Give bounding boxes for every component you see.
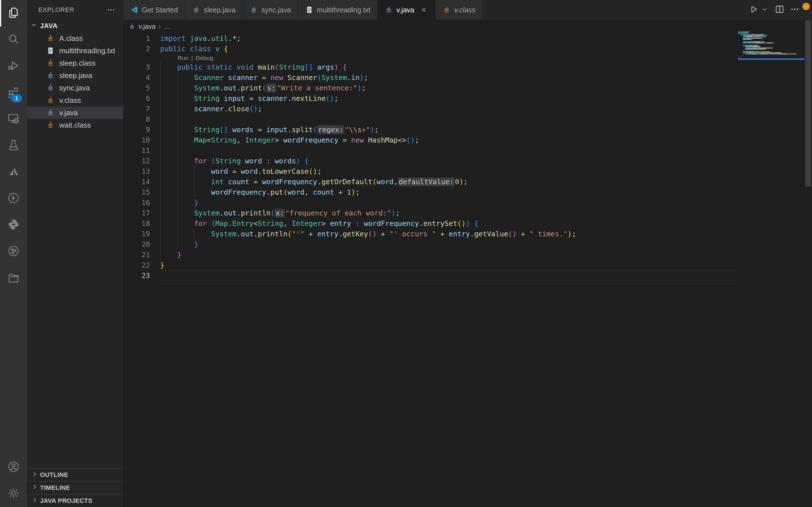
sidebar-item-project-manager[interactable] <box>0 265 27 291</box>
code-line[interactable]: 4 Scanner scanner = new Scanner(System.i… <box>123 72 812 83</box>
sidebar-item-explorer[interactable] <box>0 0 27 26</box>
code-line[interactable]: 13 word = word.toLowerCase(); <box>123 166 812 177</box>
code-line-content[interactable] <box>160 114 736 124</box>
code-line-content[interactable]: } <box>160 260 736 270</box>
tab-v.class[interactable]: v.class <box>436 0 483 20</box>
file-row-wait.class[interactable]: wait.class <box>27 119 123 131</box>
file-row-A.class[interactable]: A.class <box>27 32 123 45</box>
code-line-content[interactable]: Scanner scanner = new Scanner(System.in)… <box>160 72 736 83</box>
run-java-button[interactable] <box>749 4 758 15</box>
file-row-sync.java[interactable]: sync.java <box>27 82 123 94</box>
code-line[interactable]: 3 public static void main(String[] args)… <box>123 62 812 72</box>
code-line[interactable]: 18 for (Map.Entry<String, Integer> entry… <box>123 218 812 229</box>
code-editor[interactable]: 1 import java.util.*; 2 public class v {… <box>123 33 812 507</box>
code-line[interactable]: 21 } <box>123 249 812 260</box>
account-button[interactable] <box>0 454 27 481</box>
sidebar-item-python[interactable] <box>0 212 27 238</box>
line-number: 16 <box>123 198 150 208</box>
code-line-content[interactable]: System.out.println(x:"frequency of each … <box>160 208 736 218</box>
file-row-sleep.class[interactable]: sleep.class <box>27 57 123 69</box>
tab-sync.java[interactable]: sync.java <box>243 0 298 20</box>
code-line-content[interactable]: wordFrequency.put(word, count + 1); <box>160 187 736 198</box>
code-line[interactable]: 22 } <box>123 260 812 270</box>
code-line[interactable]: 6 String input = scanner.nextLine(); <box>123 93 812 104</box>
code-line-content[interactable]: String[] words = input.split(regex:"\\s+… <box>160 124 736 135</box>
code-line-content[interactable]: String input = scanner.nextLine(); <box>160 93 736 104</box>
code-line[interactable]: 19 System.out.println("'" + entry.getKey… <box>123 229 812 239</box>
breadcrumb-file[interactable]: v.java <box>139 22 156 31</box>
file-row-v.java[interactable]: v.java <box>27 107 123 119</box>
scrollbar-slider[interactable] <box>805 20 811 186</box>
sidebar-item-thunder-client[interactable] <box>0 185 27 212</box>
close-icon[interactable] <box>419 5 428 14</box>
sidebar-item-azure[interactable] <box>0 159 27 185</box>
tab-v.java[interactable]: v.java <box>378 0 436 20</box>
sidebar-item-search[interactable] <box>0 26 27 53</box>
minimap-line <box>738 33 748 34</box>
minimap-line <box>743 43 774 43</box>
code-line[interactable]: 14 int count = wordFrequency.getOrDefaul… <box>123 177 812 187</box>
sidebar-item-extensions[interactable]: 1 <box>0 79 27 106</box>
code-line[interactable]: 7 scanner.close(); <box>123 104 812 114</box>
code-line-content[interactable]: public static void main(String[] args) { <box>160 62 736 72</box>
tab-multithreading.txt[interactable]: multithreading.txt <box>298 0 378 20</box>
file-row-v.class[interactable]: v.class <box>27 94 123 107</box>
code-line[interactable]: 15 wordFrequency.put(word, count + 1); <box>123 187 812 198</box>
code-line[interactable]: 2 public class v { <box>123 44 812 54</box>
code-line-content[interactable]: } <box>160 198 736 208</box>
indent-guide <box>160 229 161 239</box>
code-line-content[interactable]: System.out.print(s:"Write a sentence:"); <box>160 83 736 93</box>
breadcrumb-symbol-more[interactable]: … <box>164 22 170 31</box>
file-row-multithreading.txt[interactable]: multithreading.txt <box>27 45 123 57</box>
explorer-more-actions-icon[interactable] <box>107 6 115 14</box>
code-line[interactable]: 1 import java.util.*; <box>123 33 812 44</box>
code-line[interactable]: 10 Map<String, Integer> wordFrequency = … <box>123 135 812 145</box>
run-dropdown-chevron-icon[interactable] <box>761 6 768 14</box>
code-token: . <box>288 126 292 134</box>
folder-row-java[interactable]: JAVA <box>27 20 123 32</box>
code-line[interactable]: 5 System.out.print(s:"Write a sentence:"… <box>123 83 812 93</box>
code-line-content[interactable] <box>160 270 736 281</box>
sidebar-item-run-debug[interactable] <box>0 53 27 79</box>
code-line-content[interactable]: int count = wordFrequency.getOrDefault(w… <box>160 177 736 187</box>
code-line[interactable]: 9 String[] words = input.split(regex:"\\… <box>123 124 812 135</box>
code-line-content[interactable]: Map<String, Integer> wordFrequency = new… <box>160 135 736 145</box>
code-line-content[interactable]: public class v { <box>160 44 736 54</box>
settings-button[interactable] <box>0 481 27 507</box>
more-actions-icon[interactable] <box>790 4 800 15</box>
sidebar-item-testing[interactable] <box>0 132 27 159</box>
code-lens-run-link[interactable]: Run <box>177 54 189 62</box>
sidebar-item-remote-explorer[interactable] <box>0 106 27 132</box>
sidebar-section-outline[interactable]: OUTLINE <box>27 468 123 481</box>
minimap[interactable] <box>738 32 804 65</box>
code-line-content[interactable]: } <box>160 249 736 260</box>
code-line-content[interactable]: System.out.println("'" + entry.getKey() … <box>160 229 736 239</box>
code-line[interactable]: 16 } <box>123 198 812 208</box>
breadcrumb[interactable]: v.java › … <box>123 20 812 33</box>
code-line-content[interactable]: for (String word : words) { <box>160 156 736 166</box>
code-lens-debug-link[interactable]: Debug <box>196 54 213 62</box>
code-token: wordFrequency <box>283 136 339 144</box>
sidebar-item-live-share[interactable] <box>0 238 27 265</box>
sidebar-section-java-projects[interactable]: JAVA PROJECTS <box>27 494 123 507</box>
code-token: System <box>194 209 219 217</box>
tab-sleep.java[interactable]: sleep.java <box>185 0 243 20</box>
code-line[interactable]: 11 <box>123 145 812 156</box>
code-line-content[interactable]: scanner.close(); <box>160 104 736 114</box>
sidebar-section-timeline[interactable]: TIMELINE <box>27 481 123 494</box>
tab-get-started[interactable]: Get Started <box>123 0 185 20</box>
code-line-content[interactable]: import java.util.*; <box>160 33 736 44</box>
file-row-sleep.java[interactable]: sleep.java <box>27 69 123 82</box>
code-line[interactable]: 20 } <box>123 239 812 249</box>
code-line[interactable]: 12 for (String word : words) { <box>123 156 812 166</box>
split-editor-button[interactable] <box>775 4 784 15</box>
code-line[interactable]: 8 <box>123 114 812 124</box>
code-line-content[interactable]: for (Map.Entry<String, Integer> entry : … <box>160 218 736 229</box>
code-line[interactable]: 23 <box>123 270 812 281</box>
code-line-content[interactable] <box>160 145 736 156</box>
code-line-content[interactable]: } <box>160 239 736 249</box>
code-line-content[interactable]: word = word.toLowerCase(); <box>160 166 736 177</box>
code-token: . <box>266 188 270 196</box>
code-token: wordFrequency <box>262 178 317 186</box>
code-line[interactable]: 17 System.out.println(x:"frequency of ea… <box>123 208 812 218</box>
